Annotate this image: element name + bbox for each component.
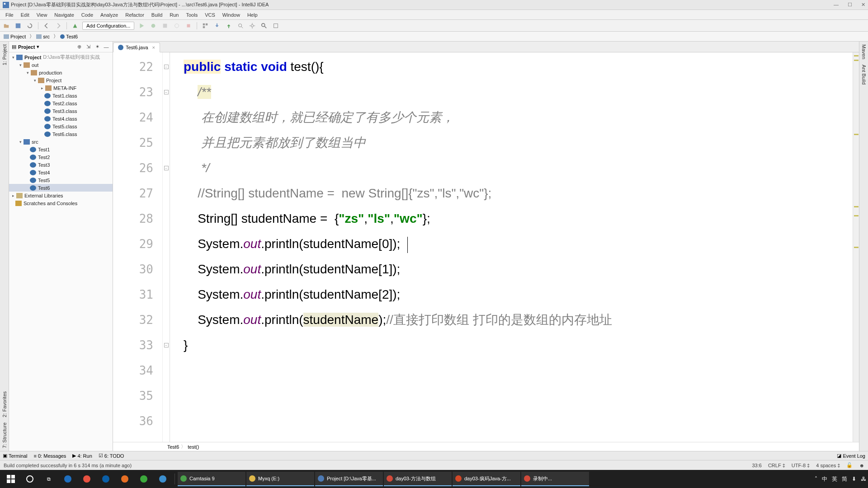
run-icon[interactable] (137, 21, 146, 30)
menu-analyze[interactable]: Analyze (97, 11, 122, 19)
file-encoding[interactable]: UTF-8 ‡ (792, 463, 810, 468)
tray-chevron-up-icon[interactable]: ˄ (815, 476, 817, 482)
line-number[interactable]: 23 (113, 80, 162, 105)
project-tree[interactable]: ▾ProjectD:\Java零基础到项目实战 ▾out ▾production… (9, 52, 113, 451)
tree-production-folder[interactable]: ▾production (9, 69, 113, 76)
forward-icon[interactable] (54, 21, 63, 30)
chevron-down-icon[interactable]: ▾ (37, 44, 39, 50)
tree-java-file[interactable]: Test5 (9, 176, 113, 184)
expand-icon[interactable]: ▸ (11, 193, 15, 198)
expand-icon[interactable]: ▾ (18, 140, 23, 144)
warning-marker[interactable] (854, 247, 859, 248)
debug-icon[interactable] (149, 21, 158, 30)
menu-edit[interactable]: Edit (17, 11, 33, 19)
tree-java-file[interactable]: Test2 (9, 153, 113, 161)
tree-meta-inf[interactable]: ▸META-INF (9, 84, 113, 92)
back-icon[interactable] (42, 21, 51, 30)
menu-code[interactable]: Code (78, 11, 97, 19)
tree-class-file[interactable]: Test2.class (9, 99, 113, 107)
select-opened-file-icon[interactable]: ⊕ (75, 43, 83, 51)
line-number[interactable]: 29 (113, 231, 162, 257)
caret-position[interactable]: 33:6 (752, 463, 762, 468)
taskbar-app-recording[interactable]: 录制中... (521, 472, 589, 486)
readonly-lock-icon[interactable]: 🔓 (846, 462, 853, 468)
line-number[interactable]: 28 (113, 206, 162, 231)
line-number[interactable]: 33 (113, 333, 162, 358)
line-number-gutter[interactable]: 22 23 24 25 26 27 28 29 30 31 32 33 34 3… (113, 52, 163, 442)
expand-all-icon[interactable]: ⇲ (85, 43, 92, 51)
tree-external-libraries[interactable]: ▸External Libraries (9, 192, 113, 199)
edge-icon[interactable] (59, 472, 77, 486)
line-separator[interactable]: CRLF ‡ (768, 463, 785, 468)
menu-navigate[interactable]: Navigate (51, 11, 77, 19)
line-number[interactable]: 36 (113, 408, 162, 434)
expand-icon[interactable]: ▸ (40, 86, 44, 90)
minimize-button[interactable]: — (834, 2, 839, 8)
maximize-button[interactable]: ☐ (848, 2, 852, 8)
menu-file[interactable]: File (2, 11, 17, 19)
tree-inner-project[interactable]: ▾Project (9, 76, 113, 84)
code-text-area[interactable]: public static void test(){ /** 在创建数组时，就已… (170, 52, 853, 442)
search-everywhere-icon[interactable] (236, 21, 245, 30)
menu-window[interactable]: Window (219, 11, 244, 19)
tree-src-folder[interactable]: ▾src (9, 138, 113, 145)
start-button[interactable] (2, 472, 20, 486)
tool-window-event-log[interactable]: ◪ Event Log (837, 453, 865, 459)
editor-body[interactable]: 22 23 24 25 26 27 28 29 30 31 32 33 34 3… (113, 52, 859, 442)
line-number[interactable]: 32 (113, 307, 162, 333)
firefox-icon[interactable] (116, 472, 134, 486)
tool-window-maven[interactable]: Maven (861, 42, 867, 62)
run-config-dropdown[interactable]: Add Configuration... (82, 22, 134, 30)
tree-class-file[interactable]: Test4.class (9, 115, 113, 122)
close-tab-icon[interactable]: × (152, 45, 155, 50)
taskbar-app-notepad[interactable]: day03-方法与数组 (384, 472, 452, 486)
structure-icon[interactable] (201, 21, 210, 30)
taskbar-app-camtasia[interactable]: Camtasia 9 (178, 472, 245, 486)
line-number[interactable]: 35 (113, 383, 162, 408)
menu-help[interactable]: Help (244, 11, 261, 19)
fold-toggle-icon[interactable]: − (164, 166, 169, 170)
tree-scratches[interactable]: Scratches and Consoles (9, 199, 113, 207)
settings-icon[interactable] (248, 21, 257, 30)
tree-class-file[interactable]: Test1.class (9, 92, 113, 99)
nav-crumb-src[interactable]: src (34, 33, 52, 40)
tool-window-ant[interactable]: Ant Build (861, 62, 867, 87)
warning-marker[interactable] (854, 206, 859, 207)
chrome-icon[interactable] (78, 472, 96, 486)
fold-gutter[interactable]: − − − − (163, 52, 170, 442)
system-tray[interactable]: ˄ 中 英 简 ⬇ 🖧 (815, 475, 866, 483)
taskbar-app-powerpoint[interactable]: day03-疯码Java-方... (453, 472, 520, 486)
warning-marker[interactable] (854, 55, 859, 56)
ide-scripting-icon[interactable] (271, 21, 280, 30)
menu-build[interactable]: Build (148, 11, 166, 19)
tree-java-file[interactable]: Test3 (9, 161, 113, 169)
mail-icon[interactable] (97, 472, 115, 486)
line-number[interactable]: 24 (113, 105, 162, 130)
taskbar-app-intellij[interactable]: Project [D:\Java零基... (315, 472, 383, 486)
menu-tools[interactable]: Tools (182, 11, 201, 19)
stop-icon[interactable] (184, 21, 193, 30)
menu-run[interactable]: Run (166, 11, 182, 19)
menu-view[interactable]: View (33, 11, 51, 19)
tool-window-terminal[interactable]: ▣ Terminal (3, 453, 28, 459)
vcs-commit-icon[interactable] (224, 21, 233, 30)
tool-window-messages[interactable]: ≡ 0: Messages (34, 453, 66, 459)
ime-lang[interactable]: 英 (832, 475, 837, 483)
expand-icon[interactable]: ▾ (18, 63, 23, 67)
line-number[interactable]: 22 (113, 54, 162, 80)
cortana-icon[interactable] (21, 472, 39, 486)
tree-java-file[interactable]: Test4 (9, 169, 113, 176)
line-number[interactable]: 26 (113, 155, 162, 181)
ime-indicator[interactable]: 中 (822, 475, 827, 483)
coverage-icon[interactable] (160, 21, 170, 30)
warning-marker[interactable] (854, 215, 859, 216)
warning-marker[interactable] (854, 134, 859, 135)
error-stripe[interactable] (853, 52, 859, 442)
breadcrumb-method[interactable]: test() (188, 444, 199, 450)
tree-class-file[interactable]: Test3.class (9, 107, 113, 115)
sync-icon[interactable] (25, 21, 34, 30)
line-number[interactable]: 25 (113, 130, 162, 155)
app-icon[interactable] (154, 472, 172, 486)
tree-out-folder[interactable]: ▾out (9, 61, 113, 69)
warning-marker[interactable] (854, 60, 859, 61)
